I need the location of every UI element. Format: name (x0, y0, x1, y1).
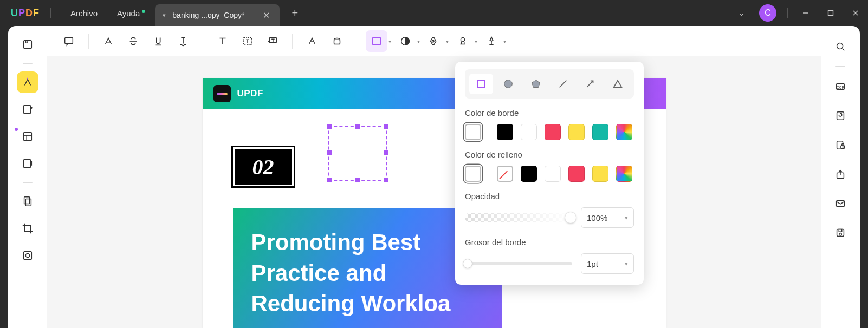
close-button[interactable] (843, 0, 868, 26)
shape-line[interactable] (551, 74, 575, 94)
svg-rect-21 (334, 40, 340, 44)
swatch-red[interactable] (568, 166, 585, 182)
user-avatar[interactable]: C (759, 4, 776, 22)
email-button[interactable] (830, 193, 851, 214)
left-tool-rail (8, 26, 47, 328)
minimize-button[interactable] (793, 0, 818, 26)
edit-tool[interactable] (17, 99, 38, 120)
divider (50, 8, 51, 18)
resize-handle[interactable] (327, 124, 332, 129)
chevron-down-icon[interactable]: ▾ (503, 38, 506, 44)
rectangle-annotation-selected[interactable] (328, 126, 387, 181)
menu-help[interactable]: Ayuda (107, 9, 150, 18)
share-button[interactable] (830, 163, 851, 185)
shape-arrow[interactable] (578, 74, 602, 94)
swatch-yellow[interactable] (592, 166, 608, 182)
swatch-black[interactable] (521, 166, 537, 182)
crop-tool[interactable] (17, 218, 38, 239)
resize-handle[interactable] (355, 124, 360, 129)
chevron-down-icon[interactable]: ▾ (475, 38, 477, 44)
fill-color-label: Color de relleno (465, 150, 634, 159)
textbox-button[interactable] (237, 30, 258, 52)
opacity-combo[interactable]: 100% ▾ (581, 207, 634, 228)
new-tab-button[interactable]: + (284, 7, 306, 19)
watermark-tool[interactable] (17, 245, 38, 266)
stamp-button[interactable]: ▾ (394, 30, 420, 52)
text-button[interactable] (212, 30, 234, 52)
chevron-down-icon[interactable]: ▾ (417, 38, 420, 44)
slider-thumb[interactable] (565, 212, 576, 224)
shape-triangle[interactable] (606, 74, 630, 94)
callout-button[interactable] (262, 30, 283, 52)
swatch-none[interactable] (465, 124, 481, 140)
highlight-button[interactable] (98, 30, 119, 52)
border-width-slider[interactable] (465, 262, 572, 265)
maximize-button[interactable] (818, 0, 843, 26)
tab-title: banking ...opy_Copy* (172, 11, 244, 19)
shape-button[interactable]: ▾ (366, 30, 391, 52)
opacity-control: 100% ▾ (465, 207, 634, 228)
menu-file[interactable]: Archivo (61, 9, 107, 18)
rail-separator (23, 182, 33, 183)
window-controls: ⌄ C (730, 0, 868, 26)
swatch-white[interactable] (521, 124, 537, 140)
swatch-teal[interactable] (592, 124, 608, 140)
pencil-button[interactable] (301, 30, 323, 52)
border-width-value: 1pt (587, 259, 598, 268)
eraser-button[interactable] (326, 30, 348, 52)
fill-color-row (465, 166, 634, 182)
border-width-label: Grosor del borde (465, 238, 634, 247)
document-tab[interactable]: ▾ banking ...opy_Copy* ✕ (155, 4, 280, 26)
note-button[interactable] (58, 30, 80, 52)
opacity-label: Opacidad (465, 192, 634, 201)
svg-line-28 (843, 49, 845, 51)
svg-text:OCR: OCR (837, 86, 845, 89)
swatch-white[interactable] (545, 166, 561, 182)
chevron-down-icon[interactable]: ▾ (446, 38, 449, 44)
organize-tool[interactable] (17, 126, 38, 147)
ocr-button[interactable]: OCR (830, 76, 851, 97)
search-button[interactable] (830, 36, 851, 57)
resize-handle[interactable] (327, 178, 332, 182)
save-button[interactable] (830, 222, 851, 244)
swatch-custom[interactable] (616, 166, 632, 182)
swatch-red[interactable] (545, 124, 561, 140)
stamp2-button[interactable]: ▾ (452, 30, 477, 52)
reader-tool[interactable] (17, 34, 38, 55)
tab-dropdown-icon[interactable]: ▾ (163, 12, 166, 19)
swatch-yellow[interactable] (568, 124, 585, 140)
shape-rectangle[interactable] (469, 74, 493, 94)
resize-handle[interactable] (384, 124, 388, 129)
chevron-down-icon[interactable]: ▾ (388, 38, 391, 44)
comment-tool[interactable] (17, 71, 38, 93)
border-color-row (465, 124, 634, 140)
opacity-slider[interactable] (465, 213, 572, 222)
resize-handle[interactable] (384, 150, 388, 155)
protect-button[interactable] (830, 134, 851, 156)
border-width-combo[interactable]: 1pt ▾ (581, 253, 634, 274)
swatch-black[interactable] (497, 124, 513, 140)
resize-handle[interactable] (384, 178, 388, 182)
convert-button[interactable] (830, 105, 851, 127)
tab-close-icon[interactable]: ✕ (261, 10, 272, 21)
sticker-button[interactable]: ▾ (423, 30, 449, 52)
document-canvas[interactable]: UPDF 02 Promoting Best (47, 56, 821, 328)
resize-handle[interactable] (327, 150, 332, 155)
slider-thumb[interactable] (463, 259, 472, 268)
underline-button[interactable] (147, 30, 169, 52)
swatch-separator (489, 125, 489, 139)
svg-point-27 (837, 43, 843, 49)
strikethrough-button[interactable] (122, 30, 144, 52)
shape-polygon[interactable] (524, 74, 548, 94)
resize-handle[interactable] (355, 178, 360, 182)
swatch-none-selected[interactable] (465, 166, 481, 182)
swatch-custom[interactable] (616, 124, 632, 140)
page-tool[interactable] (17, 191, 38, 212)
window-dropdown-icon[interactable]: ⌄ (730, 9, 754, 17)
shape-circle[interactable] (496, 74, 520, 94)
swatch-transparent[interactable] (497, 166, 513, 182)
squiggly-button[interactable] (172, 30, 194, 52)
svg-rect-39 (478, 81, 485, 88)
form-tool[interactable] (17, 153, 38, 174)
signature-button[interactable]: ▾ (481, 30, 506, 52)
